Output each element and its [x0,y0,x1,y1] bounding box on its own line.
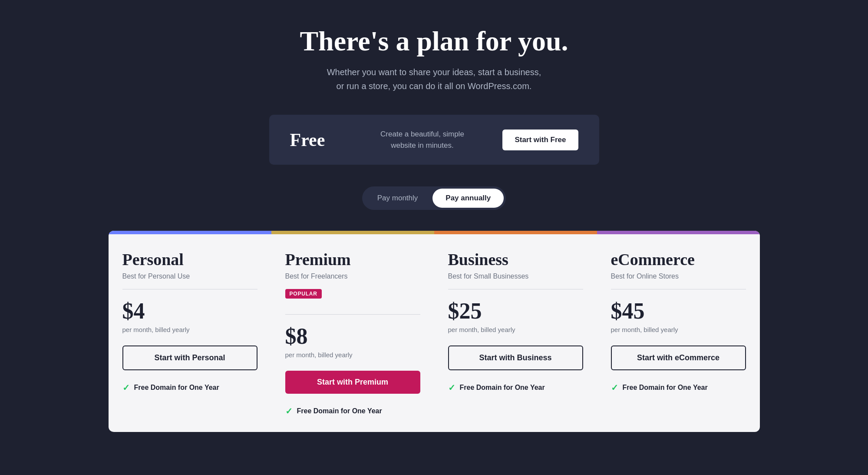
ecommerce-top-bar [597,231,760,234]
personal-plan-card: Personal Best for Personal Use $4 per mo… [109,231,271,432]
business-plan-content: Business Best for Small Businesses $25 p… [434,234,597,409]
free-plan-description: Create a beautiful, simplewebsite in min… [353,129,492,151]
business-top-bar [434,231,597,234]
personal-plan-price: $4 [122,300,257,322]
pay-monthly-button[interactable]: Pay monthly [364,189,431,208]
business-cta-button[interactable]: Start with Business [448,345,583,370]
personal-check-icon: ✓ [122,382,130,393]
premium-check-icon: ✓ [285,406,293,416]
ecommerce-plan-price: $45 [611,300,746,322]
plans-grid: Personal Best for Personal Use $4 per mo… [109,231,760,432]
premium-top-bar [271,231,434,234]
premium-plan-name: Premium [285,250,420,269]
premium-plan-price: $8 [285,325,420,348]
premium-plan-content: Premium Best for Freelancers POPULAR $8 … [271,234,434,432]
business-plan-price: $25 [448,300,583,322]
billing-toggle: Pay monthly Pay annually [9,186,859,210]
ecommerce-plan-billing: per month, billed yearly [611,326,746,333]
premium-divider [285,314,420,315]
personal-plan-billing: per month, billed yearly [122,326,257,333]
business-plan-name: Business [448,250,583,269]
business-plan-card: Business Best for Small Businesses $25 p… [434,231,597,432]
ecommerce-plan-card: eCommerce Best for Online Stores $45 per… [597,231,760,432]
ecommerce-plan-tagline: Best for Online Stores [611,272,746,280]
pay-annually-button[interactable]: Pay annually [432,189,504,208]
personal-plan-content: Personal Best for Personal Use $4 per mo… [109,234,271,409]
free-plan-banner: Free Create a beautiful, simplewebsite i… [269,115,599,165]
personal-plan-name: Personal [122,250,257,269]
hero-subtitle: Whether you want to share your ideas, st… [9,65,859,93]
hero-title: There's a plan for you. [9,26,859,56]
business-plan-feature: ✓ Free Domain for One Year [448,382,583,393]
personal-top-bar [109,231,271,234]
business-plan-tagline: Best for Small Businesses [448,272,583,280]
ecommerce-divider [611,289,746,289]
hero-section: There's a plan for you. Whether you want… [9,26,859,93]
premium-plan-card: Premium Best for Freelancers POPULAR $8 … [271,231,434,432]
personal-cta-button[interactable]: Start with Personal [122,345,257,370]
business-plan-billing: per month, billed yearly [448,326,583,333]
ecommerce-check-icon: ✓ [611,382,618,393]
premium-plan-billing: per month, billed yearly [285,351,420,359]
premium-plan-tagline: Best for Freelancers [285,272,420,280]
free-plan-name: Free [290,130,342,150]
personal-plan-tagline: Best for Personal Use [122,272,257,280]
free-plan-cta-button[interactable]: Start with Free [502,130,578,150]
premium-plan-feature: ✓ Free Domain for One Year [285,406,420,416]
ecommerce-plan-content: eCommerce Best for Online Stores $45 per… [597,234,760,409]
premium-cta-button[interactable]: Start with Premium [285,371,420,394]
ecommerce-cta-button[interactable]: Start with eCommerce [611,345,746,370]
popular-badge: POPULAR [285,289,322,299]
ecommerce-plan-feature: ✓ Free Domain for One Year [611,382,746,393]
business-divider [448,289,583,289]
personal-divider [122,289,257,289]
business-check-icon: ✓ [448,382,455,393]
billing-toggle-inner: Pay monthly Pay annually [362,186,506,210]
ecommerce-plan-name: eCommerce [611,250,746,269]
personal-plan-feature: ✓ Free Domain for One Year [122,382,257,393]
